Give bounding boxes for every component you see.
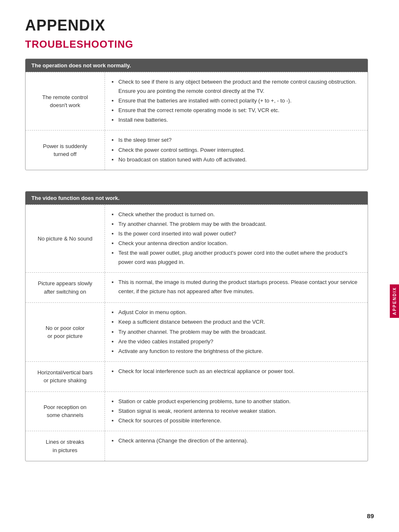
table-row: Lines or streaksin pictures Check antenn… (26, 431, 368, 461)
bars-shaking-label: Horizontal/vertical barsor picture shaki… (26, 362, 105, 391)
lines-streaks-content: Check antenna (Change the direction of t… (105, 431, 368, 461)
list-item: Check for local interference such as an … (112, 367, 361, 376)
no-picture-label: No picture & No sound (26, 205, 105, 273)
list-item: Station signal is weak, reorient antenna… (112, 407, 361, 416)
list-item: Check for sources of possible interferen… (112, 416, 361, 425)
list-item: Is the sleep timer set? (112, 136, 361, 145)
remote-control-content: Check to see if there is any object betw… (105, 72, 368, 130)
list-item: Check the power control settings. Power … (112, 146, 361, 155)
video-table-header: The video function does not work. (26, 192, 368, 205)
list-item: Adjust Color in menu option. (112, 308, 361, 317)
list-item: Is the power cord inserted into wall pow… (112, 229, 361, 238)
list-item: Activate any function to restore the bri… (112, 347, 361, 356)
list-item: Try another channel. The problem may be … (112, 220, 361, 229)
list-item: Are the video cables installed properly? (112, 337, 361, 346)
list-item: This is normal, the image is muted durin… (112, 278, 361, 296)
operation-table-header: The operation does not work normally. (26, 59, 368, 72)
list-item: Station or cable product experiencing pr… (112, 397, 361, 406)
poor-reception-label: Poor reception onsome channels (26, 392, 105, 431)
poor-color-content: Adjust Color in menu option. Keep a suff… (105, 303, 368, 361)
power-off-label: Power is suddenlyturned off (26, 130, 105, 169)
list-item: Check to see if there is any object betw… (112, 77, 361, 96)
list-item: Check your antenna direction and/or loca… (112, 239, 361, 248)
table-row: No or poor coloror poor picture Adjust C… (26, 302, 368, 361)
list-item: No broadcast on station tuned with Auto … (112, 155, 361, 164)
poor-reception-content: Station or cable product experiencing pr… (105, 392, 368, 431)
poor-color-label: No or poor coloror poor picture (26, 303, 105, 361)
list-item: Ensure that the correct remote operating… (112, 106, 361, 115)
lines-streaks-label: Lines or streaksin pictures (26, 431, 105, 461)
remote-control-label: The remote controldoesn't work (26, 72, 105, 130)
picture-slowly-content: This is normal, the image is muted durin… (105, 273, 368, 302)
list-item: Ensure that the batteries are installed … (112, 96, 361, 105)
no-picture-content: Check whether the product is turned on. … (105, 205, 368, 273)
table-row: Power is suddenlyturned off Is the sleep… (26, 130, 368, 169)
list-item: Test the wall power outlet, plug another… (112, 248, 361, 267)
table-row: The remote controldoesn't work Check to … (26, 72, 368, 130)
bars-shaking-content: Check for local interference such as an … (105, 362, 368, 391)
video-table: The video function does not work. No pic… (25, 191, 368, 461)
table-row: Horizontal/vertical barsor picture shaki… (26, 361, 368, 391)
page-number: 89 (367, 512, 374, 519)
list-item: Check antenna (Change the direction of t… (112, 436, 361, 445)
side-tab-text: APPENDIX (392, 283, 397, 319)
table-row: Picture appears slowlyafter switching on… (26, 272, 368, 302)
power-off-content: Is the sleep timer set? Check the power … (105, 130, 368, 169)
list-item: Check whether the product is turned on. (112, 210, 361, 219)
appendix-side-tab: APPENDIX (390, 284, 399, 318)
list-item: Install new batteries. (112, 115, 361, 125)
page-title: APPENDIX (25, 17, 374, 34)
table-row: No picture & No sound Check whether the … (26, 205, 368, 273)
table-row: Poor reception onsome channels Station o… (26, 391, 368, 431)
operation-table: The operation does not work normally. Th… (25, 59, 368, 170)
section-title: TROUBLESHOOTING (25, 38, 374, 50)
picture-slowly-label: Picture appears slowlyafter switching on (26, 273, 105, 302)
list-item: Keep a sufficient distance between the p… (112, 317, 361, 327)
list-item: Try another channel. The problem may be … (112, 327, 361, 337)
